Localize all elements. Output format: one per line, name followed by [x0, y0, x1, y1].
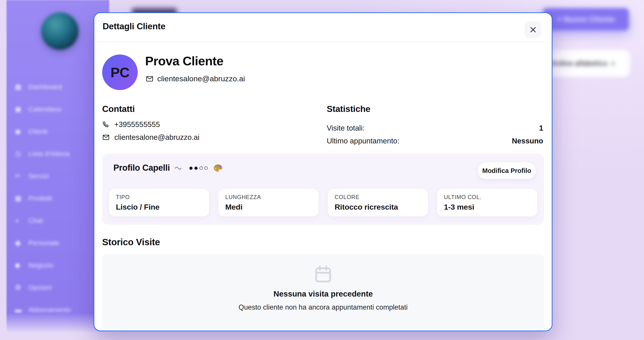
sidebar-item-prodotti[interactable]: ▦Prodotti [14, 187, 104, 209]
modal-title: Dettagli Cliente [102, 22, 166, 31]
hair-card-lunghezza: LUNGHEZZA Medi [218, 189, 318, 216]
dashboard-icon: ▦ [14, 83, 28, 91]
shop-icon: ◆ [14, 261, 28, 269]
header-divider [94, 42, 552, 42]
sidebar-item-negozio[interactable]: ◆Negozio [14, 254, 104, 276]
sidebar-item-servizi[interactable]: ✂Servizi [14, 165, 104, 187]
card-value: Ritocco ricrescita [334, 203, 428, 211]
client-name: Prova Cliente [145, 54, 224, 68]
contacts-heading: Contatti [102, 104, 135, 114]
card-value: Medi [225, 203, 318, 211]
sidebar-item-label: Prodotti [28, 195, 52, 202]
envelope-icon [102, 134, 110, 141]
card-value: Liscio / Fine [116, 203, 209, 211]
client-details-modal: Dettagli Cliente PC Prova Cliente client… [94, 13, 552, 331]
contact-email-row: clientesalone@abruzzo.ai [102, 133, 199, 142]
empty-state-subtitle: Questo cliente non ha ancora appuntament… [238, 303, 408, 311]
alphabetical-filter-dropdown[interactable]: Ordine alfabetico ▾ [544, 50, 630, 77]
clients-icon: ◉ [14, 127, 28, 136]
hair-card-ultimo-col: ULTIMO COL. 1-3 mesi [437, 189, 537, 216]
wave-icon [174, 166, 184, 170]
stat-label: Visite totali: [327, 124, 364, 132]
porosity-dots: ●●○○ [189, 164, 209, 172]
client-email-row: clientesalone@abruzzo.ai [146, 74, 245, 83]
sidebar-item-label: Negozio [28, 261, 54, 269]
hair-card-tipo: TIPO Liscio / Fine [109, 189, 209, 216]
sidebar-item-label: Clienti [28, 128, 48, 135]
sidebar-item-label: Calendario [28, 105, 62, 113]
sidebar-item-label: Personale [28, 239, 60, 247]
client-email: clientesalone@abruzzo.ai [157, 74, 245, 83]
sidebar-item-label: Opzioni [28, 284, 52, 291]
client-avatar: PC [102, 55, 138, 90]
sidebar-item-calendario[interactable]: ▣Calendario [14, 98, 104, 120]
sidebar-item-label: Lista d'Attesa [28, 150, 70, 158]
hair-profile-heading: Profilo Capelli [114, 163, 170, 173]
visit-history-heading: Storico Visite [102, 237, 160, 247]
visit-history-empty-state: Nessuna visita precedente Questo cliente… [102, 254, 544, 330]
sidebar-item-lista-attesa[interactable]: ◷Lista d'Attesa [14, 143, 104, 165]
app-logo [41, 13, 78, 50]
empty-state-title: Nessuna visita precedente [274, 289, 373, 298]
stats-section: Statistiche Visite totali: 1 Ultimo appu… [327, 104, 543, 147]
gear-icon: ⚙ [14, 283, 28, 292]
chevron-down-icon: ▾ [611, 60, 614, 67]
stat-value: 1 [539, 124, 543, 132]
close-icon [529, 26, 537, 34]
sidebar-item-dashboard[interactable]: ▦Dashboard [14, 76, 104, 98]
contact-phone: +3955555555 [114, 120, 160, 129]
stats-heading: Statistiche [327, 104, 543, 114]
sidebar-item-personale[interactable]: ◉Personale [14, 232, 104, 254]
sidebar-nav: ▦Dashboard ▣Calendario ◉Clienti ◷Lista d… [14, 76, 104, 321]
clock-icon: ◷ [14, 150, 28, 158]
user-icon: ◉ [14, 239, 28, 247]
card-label: TIPO [116, 194, 209, 200]
stat-label: Ultimo appuntamento: [327, 137, 400, 145]
card-value: 1-3 mesi [444, 203, 537, 211]
avatar-initials: PC [110, 64, 130, 80]
phone-icon [102, 121, 110, 128]
stat-total-visits: Visite totali: 1 [327, 122, 543, 134]
sidebar-item-label: Dashboard [28, 83, 62, 91]
sidebar-item-chat[interactable]: ◖Chat [14, 209, 104, 232]
hair-profile-section: Profilo Capelli ●●○○ Modifica Profilo TI… [102, 154, 544, 225]
sidebar-item-label: Chat [28, 217, 43, 224]
card-label: COLORE [334, 194, 428, 200]
card-label: ULTIMO COL. [444, 194, 537, 200]
card-label: LUNGHEZZA [225, 194, 318, 200]
hair-card-colore: COLORE Ritocco ricrescita [328, 189, 428, 216]
sidebar-item-label: Servizi [28, 172, 49, 180]
stat-last-appointment: Ultimo appuntamento: Nessuno [327, 134, 543, 147]
edit-profile-button[interactable]: Modifica Profilo [478, 162, 536, 179]
hair-profile-cards: TIPO Liscio / Fine LUNGHEZZA Medi COLORE… [109, 189, 537, 216]
calendar-empty-icon [313, 264, 333, 284]
calendar-icon: ▣ [14, 105, 28, 113]
hair-profile-header: Profilo Capelli ●●○○ [114, 163, 223, 173]
box-icon: ▦ [14, 194, 28, 202]
contact-email: clientesalone@abruzzo.ai [114, 133, 199, 142]
close-button[interactable] [524, 21, 542, 38]
filter-label: Ordine alfabetico [550, 60, 607, 68]
card-icon: ▬ [14, 306, 28, 314]
stat-value: Nessuno [512, 137, 543, 145]
app-screen: ▦Dashboard ▣Calendario ◉Clienti ◷Lista d… [0, 0, 644, 340]
sidebar-item-label: Abbonamento [28, 306, 71, 314]
envelope-icon [146, 75, 154, 83]
chat-icon: ◖ [14, 217, 28, 225]
palette-icon [213, 164, 223, 172]
sidebar-item-opzioni[interactable]: ⚙Opzioni [14, 276, 104, 298]
sidebar-item-clienti[interactable]: ◉Clienti [14, 120, 104, 143]
new-client-button[interactable]: + Nuovo Cliente [543, 8, 629, 31]
scissors-icon: ✂ [14, 172, 28, 180]
contact-phone-row: +3955555555 [102, 120, 160, 129]
